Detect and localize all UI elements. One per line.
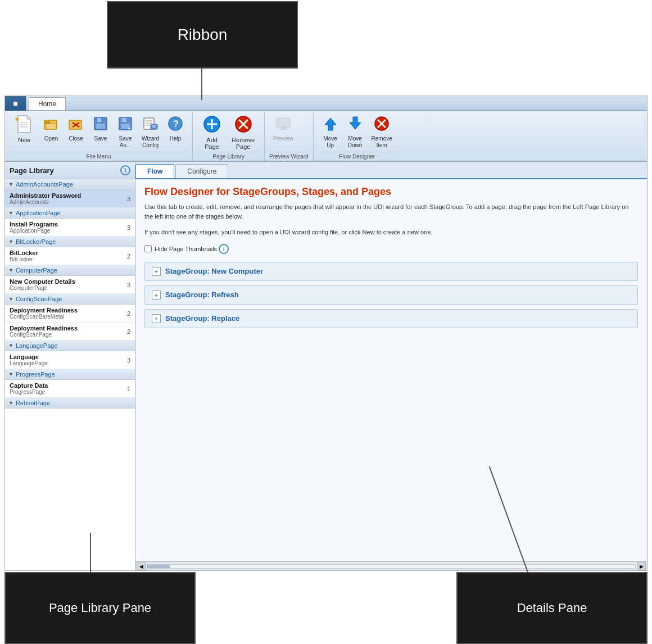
tab-configure[interactable]: Configure <box>175 164 228 178</box>
move-down-icon <box>347 116 363 134</box>
category-arrow: ▼ <box>8 371 13 377</box>
lib-item-title: BitLocker <box>10 250 38 256</box>
open-label: Open <box>44 135 58 142</box>
expand-icon[interactable]: + <box>152 314 161 323</box>
category-computer[interactable]: ▼ ComputerPage <box>5 265 135 276</box>
lib-item-count: 2 <box>123 253 130 260</box>
lib-item-title: Deployment Readiness <box>10 307 78 314</box>
lib-item-title: Deployment Readiness <box>10 325 78 332</box>
ribbon-label-box: Ribbon <box>107 1 298 69</box>
stage-group-header[interactable]: + StageGroup: Refresh <box>145 286 637 304</box>
svg-marker-37 <box>325 118 336 130</box>
remove-item-button[interactable]: Remove Item <box>368 113 396 151</box>
wizard-config-icon <box>143 116 159 134</box>
svg-marker-1 <box>27 116 30 119</box>
svg-marker-38 <box>350 117 361 129</box>
save-as-label: Save As... <box>119 135 132 149</box>
add-page-label: Add Page <box>205 137 219 150</box>
lib-item-info: Deployment Readiness ConfigScanPage <box>10 325 78 338</box>
category-application[interactable]: ▼ ApplicationPage <box>5 208 135 219</box>
ribbon-connector <box>201 69 202 100</box>
help-label: Help <box>170 135 182 142</box>
category-admin-accounts[interactable]: ▼ AdminAccountsPage <box>5 179 135 190</box>
lib-item-count: 3 <box>123 282 130 288</box>
scrollbar-left-arrow[interactable]: ◀ <box>137 563 146 570</box>
list-item[interactable]: Deployment Readiness ConfigScanBareMetal… <box>5 305 135 323</box>
new-label: New <box>18 137 30 143</box>
hide-thumbnails-checkbox[interactable] <box>144 245 152 252</box>
category-progress[interactable]: ▼ ProgressPage <box>5 369 135 380</box>
list-item[interactable]: Administrator Password AdminAccounts 3 <box>5 190 135 208</box>
lib-item-count: 2 <box>123 310 130 317</box>
svg-text:+: + <box>128 126 130 131</box>
scrollbar-thumb[interactable] <box>147 565 170 568</box>
flow-desc-2: If you don't see any stages, you'll need… <box>144 228 638 237</box>
remove-page-button[interactable]: Remove Page <box>227 113 260 152</box>
stage-group-header[interactable]: + StageGroup: New Computer <box>145 262 637 280</box>
horizontal-scrollbar[interactable]: ◀ ▶ <box>135 561 647 570</box>
lib-item-info: Administrator Password AdminAccounts <box>10 192 81 205</box>
list-item[interactable]: BitLocker BitLocker 2 <box>5 247 135 265</box>
category-arrow: ▼ <box>8 296 13 302</box>
svg-text:?: ? <box>173 119 179 129</box>
list-item[interactable]: Deployment Readiness ConfigScanPage 2 <box>5 323 135 341</box>
preview-button[interactable]: Preview <box>269 113 297 144</box>
wizard-config-button[interactable]: Wizard Config <box>138 113 163 151</box>
save-button[interactable]: Save <box>88 113 113 144</box>
help-button[interactable]: ? Help <box>163 113 188 144</box>
expand-icon[interactable]: + <box>152 267 161 276</box>
ribbon-group-file-items: New Open <box>10 113 188 152</box>
remove-page-label: Remove Page <box>232 137 255 150</box>
stage-group-header[interactable]: + StageGroup: Replace <box>145 310 637 328</box>
lib-item-info: Deployment Readiness ConfigScanBareMetal <box>10 307 78 320</box>
lib-item-info: New Computer Details ComputerPage <box>10 278 75 291</box>
scrollbar-track[interactable] <box>147 564 636 569</box>
list-item[interactable]: Install Programs ApplicationPage 3 <box>5 219 135 237</box>
category-bitlocker[interactable]: ▼ BitLockerPage <box>5 237 135 247</box>
ribbon-toolbar: New Open <box>5 111 647 162</box>
lib-item-sub: ConfigScanBareMetal <box>10 314 78 320</box>
home-tab[interactable]: Home <box>29 97 66 110</box>
new-button[interactable]: New <box>10 113 39 145</box>
list-item[interactable]: New Computer Details ComputerPage 3 <box>5 276 135 294</box>
expand-icon[interactable]: + <box>152 291 161 300</box>
office-icon: ■ <box>13 99 17 108</box>
lib-item-count: 3 <box>123 196 130 202</box>
page-library-connector <box>90 533 91 572</box>
lib-item-count: 1 <box>123 386 130 392</box>
body-area: Page Library i ▼ AdminAccountsPage Admin… <box>5 162 647 570</box>
stage-group-new-computer: + StageGroup: New Computer <box>144 262 638 281</box>
ribbon-group-flow-items: Move Up Move Down <box>318 113 396 152</box>
ribbon-label-text: Ribbon <box>178 26 228 44</box>
tab-bar: Flow Configure <box>135 162 647 179</box>
close-button[interactable]: Close <box>64 113 88 144</box>
category-language[interactable]: ▼ LanguagePage <box>5 341 135 351</box>
category-label: ApplicationPage <box>16 210 61 216</box>
add-page-button[interactable]: Add Page <box>197 113 227 152</box>
category-label: RebootPage <box>16 400 50 406</box>
category-reboot[interactable]: ▼ RebootPage <box>5 398 135 409</box>
move-down-button[interactable]: Move Down <box>343 113 368 151</box>
list-item[interactable]: Capture Data ProgressPage 1 <box>5 380 135 398</box>
office-button[interactable]: ■ <box>5 96 26 111</box>
hide-thumbnails-info-icon[interactable]: i <box>219 244 229 254</box>
lib-item-count: 3 <box>123 224 130 231</box>
preview-icon <box>275 116 291 134</box>
remove-item-icon <box>374 116 390 134</box>
category-label: BitLockerPage <box>16 238 56 245</box>
lib-item-title: Language <box>10 353 48 360</box>
category-configscan[interactable]: ▼ ConfigScanPage <box>5 294 135 305</box>
tab-flow[interactable]: Flow <box>135 164 174 178</box>
move-down-label: Move Down <box>348 135 363 149</box>
save-as-button[interactable]: + Save As... <box>113 113 138 151</box>
hide-thumbnails-row: Hide Page Thumbnails i <box>144 244 638 254</box>
lib-item-info: Install Programs ApplicationPage <box>10 221 58 234</box>
move-up-button[interactable]: Move Up <box>318 113 343 151</box>
scrollbar-right-arrow[interactable]: ▶ <box>637 563 646 570</box>
hide-thumbnails-label: Hide Page Thumbnails <box>155 246 217 252</box>
list-item[interactable]: Language LanguagePage 3 <box>5 351 135 369</box>
page-library-info-icon[interactable]: i <box>120 165 130 175</box>
save-label: Save <box>94 135 107 142</box>
open-button[interactable]: Open <box>39 113 64 144</box>
page-library-header: Page Library i <box>5 162 135 179</box>
